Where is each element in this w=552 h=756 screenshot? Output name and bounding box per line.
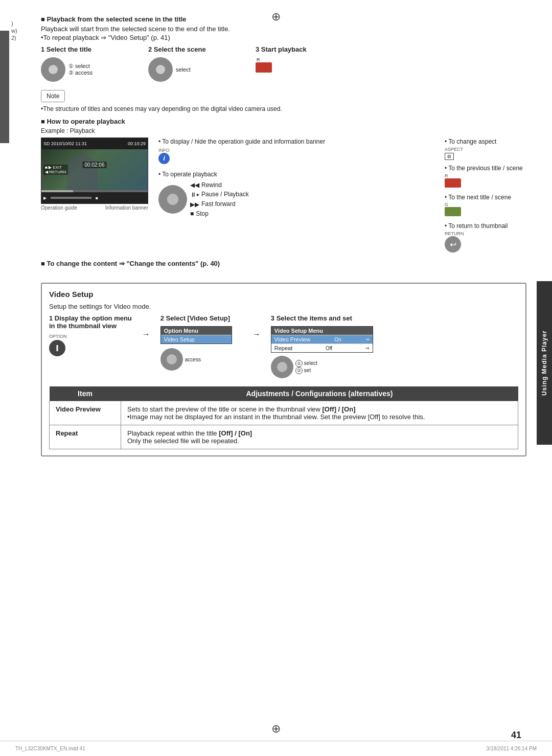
video-setup-desc: Setup the settings for Video mode. (49, 303, 518, 310)
repeat-description: Playback repeat within the title [Off] /… (121, 425, 518, 449)
screen-figure (67, 154, 98, 190)
svg-point-1 (56, 347, 58, 349)
rewind-label: Rewind (201, 181, 222, 190)
pause-row: ⏸▶ Pause / Playback (190, 190, 249, 199)
step-1-number: 1 (41, 45, 47, 53)
prev-r-label: R (445, 173, 526, 178)
step-1: 1 Select the title ① select ② access (41, 45, 133, 84)
note-container: Note •The structure of titles and scenes… (41, 87, 526, 112)
footer-left: TH_L32C30KMTX_EN.indd 41 (15, 746, 85, 751)
step3-sub-labels: ① select ② set (295, 360, 317, 374)
step-2-number: 2 (148, 45, 154, 53)
option-icon (53, 343, 62, 353)
screen-time: 00:02:06 (83, 162, 107, 168)
repeat-note: •To repeat playback ⇒ "Video Setup" (p. … (41, 34, 526, 41)
stop-label: Stop (196, 210, 209, 218)
stop-icon: ■ (190, 210, 194, 217)
nav-disc-inner-2 (156, 65, 165, 74)
example-label: Example : Playback (41, 127, 526, 134)
screen-content: ■/▶ EXIT ◀ RETURN 00:02:06 (41, 149, 148, 190)
prev-title-label: To the previous title / scene (445, 164, 526, 173)
note-content: •The structure of titles and scenes may … (41, 105, 526, 112)
screen-exit-label: ■/▶ EXIT ◀ RETURN (43, 165, 68, 175)
nav-disc-inner (49, 65, 58, 74)
setup-step-2-label: 2 Select [Video Setup] (160, 314, 230, 322)
svg-point-2 (56, 349, 58, 351)
step2-access-label: access (185, 357, 201, 362)
video-setup-menu-header: Video Setup Menu (271, 327, 373, 335)
step-arrow-1: → (142, 314, 150, 339)
video-setup-section: Video Setup Setup the settings for Video… (41, 283, 526, 456)
ff-icon: ▶▶ (190, 201, 199, 208)
step-2: 2 Select the scene select (148, 45, 240, 84)
screen-labels: Operation guide Information banner (41, 205, 148, 211)
step2-disc-container: access (160, 347, 201, 372)
playback-image: SD 2010/10/02 11:31 00:10:29 ■/▶ EXIT (41, 138, 148, 211)
screen-top-left: SD 2010/10/02 11:31 (43, 141, 87, 146)
operate-playback-control: To operate playback ◀◀ Rewind (158, 170, 434, 218)
ff-label: Fast forward (201, 200, 236, 209)
next-g-label: G (445, 202, 526, 207)
playback-layout: SD 2010/10/02 11:31 00:10:29 ■/▶ EXIT (41, 138, 526, 253)
setup-step-3-label: 3 Select the items and set (271, 314, 352, 322)
nav-disc-step1 (41, 57, 65, 82)
sidebar-label: Using Media Player (537, 281, 552, 445)
svg-point-0 (56, 345, 58, 347)
step3-select-label: ① select (295, 360, 317, 367)
aspect-sublabel: ASPECT (445, 147, 526, 152)
main-content: ■ Playback from the selected scene in th… (41, 15, 526, 456)
step-2-substep: select (176, 66, 191, 73)
option-menu-item-video-setup: Video Setup (161, 335, 232, 343)
option-menu-box: Option Menu Video Setup (160, 326, 232, 344)
step2-disc-inner (167, 354, 177, 364)
setup-step-1-label: 1 Display the option menuin the thumbnai… (49, 314, 132, 330)
repeat-item: Repeat (50, 425, 121, 449)
aspect-icon: ⊞ (445, 153, 454, 160)
info-label: To display / hide the operation guide an… (158, 138, 434, 146)
info-icon: i (158, 153, 170, 164)
note-box: Note (41, 90, 65, 102)
footer-right: 3/18/2011 4:26:14 PM (487, 746, 537, 751)
next-title-label: To the next title / scene (445, 193, 526, 202)
playback-disc-inner (167, 194, 178, 205)
step-3-label: 3 Start playback (256, 45, 307, 53)
compass-top-icon: ⊕ (271, 10, 281, 24)
ff-row: ▶▶ Fast forward (190, 200, 249, 209)
step-2-label: 2 Select the scene (148, 45, 206, 53)
playback-from-scene-section: ■ Playback from the selected scene in th… (41, 15, 526, 112)
playback-control-labels: ◀◀ Rewind ⏸▶ Pause / Playback ▶▶ Fast fo… (190, 181, 249, 218)
screen-overlay: SD 2010/10/02 11:31 00:10:29 (41, 138, 148, 149)
playback-screen: SD 2010/10/02 11:31 00:10:29 ■/▶ EXIT (41, 138, 148, 204)
screen-top-right: 00:10:29 (128, 141, 146, 146)
left-page-marks: ) w) 2) (11, 20, 17, 41)
table-row: Repeat Playback repeat within the title … (50, 425, 518, 449)
step-3-r-label: R (257, 57, 272, 62)
return-icon: ↩ (445, 236, 461, 253)
operate-label: To operate playback (158, 170, 434, 179)
info-sublabel: INFO (158, 148, 434, 153)
info-control: To display / hide the operation guide an… (158, 138, 434, 164)
step-1-visual: ① select ② access (41, 55, 93, 84)
r-btn-icon (445, 178, 461, 188)
step-arrow-2: → (252, 314, 261, 339)
pause-label: Pause / Playback (201, 190, 249, 199)
setup-steps-row: 1 Display the option menuin the thumbnai… (49, 314, 518, 379)
controls-column: To display / hide the operation guide an… (158, 138, 434, 218)
setup-step-1: 1 Display the option menuin the thumbnai… (49, 314, 132, 356)
return-label: To return to thumbnail (445, 222, 526, 231)
pause-icon: ⏸▶ (190, 191, 199, 198)
video-preview-description: Sets to start the preview of the title o… (121, 401, 518, 425)
video-setup-header: Video Setup (49, 290, 518, 299)
col-adjustments-header: Adjustments / Configurations (alternativ… (121, 386, 518, 401)
rewind-row: ◀◀ Rewind (190, 181, 249, 190)
table-body: Video Preview Sets to start the preview … (50, 401, 518, 449)
right-controls-column: To change aspect ASPECT ⊞ To the previou… (445, 138, 526, 253)
step2-disc (160, 348, 183, 371)
step-1-label: 1 Select the title (41, 45, 91, 53)
playback-description: Playback will start from the selected sc… (41, 25, 526, 33)
page: ⊕ ) w) 2) Using Media Player ■ Playback … (0, 0, 552, 756)
compass-bottom-icon: ⊕ (271, 722, 281, 736)
col-item-header: Item (50, 386, 121, 401)
change-content-note: ■ To change the content ⇒ "Change the co… (41, 260, 526, 267)
playback-section-title: ■ Playback from the selected scene in th… (41, 15, 526, 23)
